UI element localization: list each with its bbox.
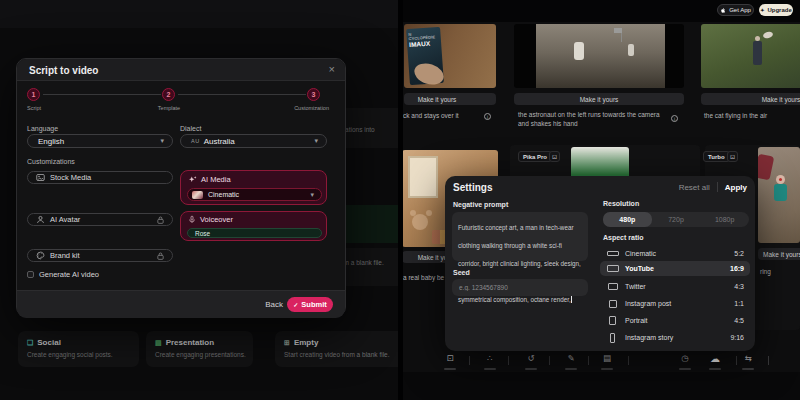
aspect-ratio-value: 16:9: [730, 265, 744, 272]
toolbar-divider: [508, 356, 509, 365]
ai-media-label: AI Media: [201, 175, 231, 184]
brand-kit-option[interactable]: Brand kit: [27, 249, 173, 262]
step-dot-customization[interactable]: 3: [307, 88, 320, 101]
doll-dress: [774, 184, 787, 201]
flag: [614, 28, 622, 33]
panel-actions: Reset all Apply: [679, 182, 747, 192]
step-dot-template[interactable]: 2: [162, 88, 175, 101]
ai-media-style-select[interactable]: Cinematic ▾: [187, 188, 322, 201]
reset-all-button[interactable]: Reset all: [679, 183, 710, 192]
card-social[interactable]: ❏Social Create engaging social posts.: [18, 331, 139, 367]
toolbar-label-stub: [565, 368, 577, 370]
close-icon[interactable]: ×: [329, 63, 335, 75]
get-app-label: Get App: [729, 7, 751, 13]
aspect-option-portrait[interactable]: Portrait 4:5: [600, 313, 750, 328]
toolbar-divider: [549, 356, 550, 365]
twitter-ratio-icon: [608, 283, 618, 291]
aspect-option-cinematic[interactable]: Cinematic 5:2: [600, 246, 750, 261]
schedule-icon[interactable]: ◷: [677, 353, 693, 363]
aspect-name: Portrait: [625, 317, 734, 324]
aspect-ratio-value: 4:5: [734, 317, 744, 324]
ai-media-value: Cinematic: [208, 191, 305, 198]
empty-plus-icon: ⊞: [284, 339, 290, 347]
customizations-label: Customizations: [27, 158, 75, 165]
make-it-yours-button[interactable]: Make it yours: [701, 93, 800, 105]
draw-icon[interactable]: ✎: [563, 353, 579, 363]
settings-panel: Settings Reset all Apply Negative prompt…: [445, 176, 755, 351]
video-thumbnail-book[interactable]: N CYCLOPÉDIE IMAUX: [404, 24, 496, 88]
portrait-ratio-icon: [609, 316, 616, 325]
ai-avatar-label: AI Avatar: [50, 215, 152, 224]
make-it-yours-button[interactable]: Make it yours: [404, 93, 496, 105]
aspect-option-instagram-post[interactable]: Instagram post 1:1: [600, 296, 750, 311]
step-dot-script[interactable]: 1: [27, 88, 40, 101]
apple-icon: [720, 7, 726, 14]
make-it-yours-button[interactable]: Make it yours: [758, 248, 800, 260]
back-button[interactable]: Back: [265, 300, 283, 309]
step-line-2: [178, 94, 306, 95]
cloud-icon[interactable]: ☁: [707, 353, 723, 364]
generate-ai-video-checkbox[interactable]: [27, 271, 34, 278]
card-presentation-title: Presentation: [166, 338, 214, 347]
ai-media-option[interactable]: AI Media Cinematic ▾: [180, 170, 327, 205]
aspect-option-youtube[interactable]: YouTube 16:9: [600, 261, 750, 276]
generate-ai-video-row: Generate AI video: [27, 270, 99, 279]
teddy-bear: [412, 214, 428, 230]
video-caption: ck and stays over it: [403, 111, 481, 120]
negative-prompt-textarea[interactable]: Futuristic concept art, a man in tech-we…: [452, 212, 588, 261]
upgrade-label: Upgrade: [767, 7, 791, 13]
toolbar-divider: [736, 356, 737, 365]
info-icon[interactable]: i: [671, 115, 678, 122]
resolution-label: Resolution: [603, 200, 639, 207]
aspect-ratio-value: 5:2: [734, 250, 744, 257]
aspect-name: Cinematic: [625, 250, 734, 257]
astronaut-left: [574, 42, 584, 60]
language-select[interactable]: English ▾: [27, 134, 173, 148]
video-thumbnail-astronaut[interactable]: [514, 24, 684, 88]
stock-media-option[interactable]: Stock Media: [27, 171, 173, 184]
aspect-ratio-value: 9:16: [730, 334, 744, 341]
social-icon: ❏: [27, 339, 33, 347]
sparkle-icon: [188, 175, 197, 184]
seed-input[interactable]: [452, 279, 588, 296]
ai-avatar-option[interactable]: AI Avatar: [27, 213, 173, 226]
resolution-option-480p[interactable]: 480p: [603, 212, 652, 227]
turbo-badge: Turbo: [703, 151, 730, 162]
square-ratio-icon: [609, 300, 617, 308]
voiceover-label: Voiceover: [200, 215, 233, 224]
aspect-option-instagram-story[interactable]: Instagram story 9:16: [600, 330, 750, 345]
history-icon[interactable]: ↺: [523, 353, 539, 363]
resolution-option-720p[interactable]: 720p: [652, 212, 701, 227]
toolbar-label-stub: [525, 368, 537, 370]
make-it-yours-label: Make it yours: [762, 96, 800, 103]
upgrade-button[interactable]: ✦ Upgrade: [759, 4, 793, 16]
card-presentation[interactable]: ▤Presentation Create engaging presentati…: [146, 331, 253, 367]
screen: entations into from a blank file. ❏Socia…: [0, 0, 800, 400]
lock-icon: [157, 252, 164, 260]
video-thumbnail-cat[interactable]: [701, 24, 800, 88]
video-thumbnail-doll: [758, 147, 800, 243]
nodes-icon[interactable]: ∴: [482, 353, 498, 363]
apply-button[interactable]: Apply: [725, 183, 747, 192]
person-icon: [36, 215, 45, 224]
voiceover-voice-chip[interactable]: Rose: [187, 228, 322, 238]
get-app-button[interactable]: Get App: [717, 4, 754, 16]
make-it-yours-button[interactable]: Make it yours: [514, 93, 684, 105]
language-label: Language: [27, 125, 58, 132]
card-empty[interactable]: ⊞Empty Start creating video from a blank…: [275, 331, 400, 367]
make-it-yours-label: Make it yours: [580, 96, 619, 103]
adjust-icon[interactable]: ⇆: [740, 353, 756, 363]
dialect-select[interactable]: AU Australia ▾: [180, 134, 327, 148]
camera-icon[interactable]: ▤: [599, 353, 615, 363]
resolution-option-1080p[interactable]: 1080p: [700, 212, 749, 227]
step-label-template: Template: [133, 105, 205, 111]
aspect-name: Instagram post: [625, 300, 734, 307]
info-icon[interactable]: i: [484, 113, 491, 120]
language-value: English: [38, 137, 160, 146]
card-social-desc: Create engaging social posts.: [27, 351, 130, 358]
frames-icon[interactable]: ⊡: [442, 353, 458, 363]
divider: [717, 182, 718, 192]
voiceover-option[interactable]: Voiceover Rose: [180, 211, 327, 241]
aspect-option-twitter[interactable]: Twitter 4:3: [600, 279, 750, 294]
submit-button[interactable]: ✓ Submit: [287, 297, 333, 312]
